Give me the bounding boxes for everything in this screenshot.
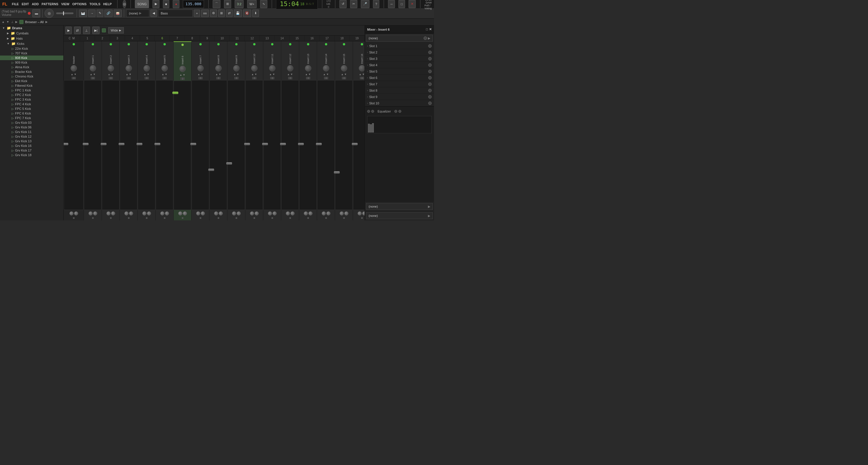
ch-send-knob-1-1[interactable] [93,211,97,215]
settings-btn[interactable]: ⚙ [210,9,217,17]
ch-pan-knob-16[interactable] [359,65,365,71]
piano-roll-btn[interactable]: 🎹 [79,9,87,17]
stereo-l-0[interactable]: ◁▷ [72,77,76,79]
stereo-l-2[interactable]: ◁▷ [109,77,113,79]
stereo-l-8[interactable]: ◁▷ [216,77,220,79]
menu-item-patterns[interactable]: PATTERNS [40,2,60,6]
browser-file-grv-kick-06[interactable]: ▷Grv Kick 06 [0,125,63,130]
insert-slot-7[interactable]: › Slot 7 [365,81,434,87]
ch-fader-thumb-0[interactable] [64,143,68,145]
ch-active-dot-16[interactable] [361,43,363,45]
browser-file-grv-kick-12[interactable]: ▷Grv Kick 12 [0,134,63,139]
mixer-channel-10[interactable]: Insert 10▲▼◁▷ [245,41,263,220]
menu-item-options[interactable]: OPTIONS [71,2,88,6]
ch-arrow-down-2[interactable]: ▼ [111,73,114,76]
browser-file-ekit-kick[interactable]: ▷Ekit Kick [0,79,63,83]
ch-send-knob-1-0[interactable] [89,211,93,215]
ch-active-dot-15[interactable] [343,43,345,45]
browser-file-grv-kick-03[interactable]: ▷Grv Kick 03 [0,120,63,125]
insert-bottom-dropdown-1[interactable]: (none) ▶ [366,203,433,210]
ratio-btn[interactable]: 3:2 [235,0,244,8]
ch-fader-track-6[interactable] [174,81,191,210]
mixer-channel-3[interactable]: Insert 3▲▼◁▷ [120,41,138,220]
menu-item-add[interactable]: ADD [31,2,40,6]
ch-active-dot-6[interactable] [181,44,184,46]
close-btn[interactable]: ✕ [408,0,416,8]
ch-send-knob-7-1[interactable] [201,211,205,215]
ch-fader-track-12[interactable] [281,80,299,210]
max-btn[interactable]: □ [398,0,405,8]
ch-send-knob-16-0[interactable] [358,211,362,215]
mixer-channel-1[interactable]: Insert 1▲▼◁▷ [84,41,102,220]
ch-arrow-down-5[interactable]: ▼ [165,73,167,76]
ch-active-dot-4[interactable] [146,43,148,45]
ch-active-dot-3[interactable] [128,43,130,45]
snap-btn[interactable]: ⌒ [213,0,220,8]
browser-file-fpc-2-kick[interactable]: ▷FPC 2 Kick [0,93,63,97]
ch-fader-thumb-7[interactable] [190,143,196,145]
play-btn[interactable]: ▶ [153,0,159,8]
browser-file-chromo-kick[interactable]: ▷Chromo Kick [0,74,63,79]
stereo-l-1[interactable]: ◁▷ [91,77,95,79]
browser-file-grv-kick-16[interactable]: ▷Grv Kick 16 [0,143,63,148]
insert-slot-10[interactable]: › Slot 10 [365,100,434,106]
ch-fader-thumb-12[interactable] [280,143,286,145]
ch-fader-track-2[interactable] [102,80,120,210]
stereo-l-9[interactable]: ◁▷ [235,77,239,79]
ch-arrow-down-10[interactable]: ▼ [255,73,257,76]
ch-send-knob-16-1[interactable] [362,211,365,215]
browser-file-filtered-kick[interactable]: ▷Filtered Kick [0,83,63,88]
browser-nav-down[interactable]: ▼ [6,20,9,24]
insert-bottom-dropdown-2[interactable]: (none) ▶ [366,212,433,219]
ch-arrow-up-9[interactable]: ▲ [234,73,236,76]
ch-arrow-up-4[interactable]: ▲ [144,73,146,76]
stereo-l-6[interactable]: ◁▷ [181,77,185,80]
stereo-l-5[interactable]: ◁▷ [163,77,167,79]
ch-fader-track-13[interactable] [299,80,317,210]
none-selector[interactable]: (none) ▶ [126,9,149,17]
route-btn[interactable]: ⇄ [226,9,232,17]
ch-arrow-up-11[interactable]: ▲ [269,73,272,76]
mixer-channel-7[interactable]: Insert 7▲▼◁▷ [191,41,210,220]
mixer-shuffle-btn[interactable]: ⇄ [74,27,81,34]
ch-arrow-down-15[interactable]: ▼ [344,73,347,76]
ch-send-knob-15-1[interactable] [344,211,348,215]
browser-expand[interactable]: ▶ [45,20,48,24]
mixer-channel-14[interactable]: Insert 14▲▼◁▷ [317,41,335,220]
ch-fader-thumb-1[interactable] [83,143,89,145]
waveform-btn[interactable]: ∿ [260,0,267,8]
ch-active-dot-2[interactable] [110,43,112,45]
mixer-channel-12[interactable]: Insert 12▲▼◁▷ [281,41,299,220]
ch-send-knob-8-1[interactable] [219,211,223,215]
export-btn[interactable]: ⬇ [252,9,259,17]
ch-fader-track-4[interactable] [138,80,155,210]
browser-file-alma-kick[interactable]: ▷Alma Kick [0,65,63,69]
browser-file-fpc-3-kick[interactable]: ▷FPC 3 Kick [0,97,63,102]
ch-fader-track-15[interactable] [335,80,353,210]
ch-arrow-up-1[interactable]: ▲ [90,73,93,76]
mixer-channel-2[interactable]: Insert 2▲▼◁▷ [102,41,120,220]
browser-nav-pin[interactable]: ▶ [16,20,18,24]
ch-arrow-down-7[interactable]: ▼ [201,73,204,76]
mixer-color-box[interactable] [102,28,106,32]
ch-arrow-down-9[interactable]: ▼ [237,73,239,76]
ch-fader-track-8[interactable] [210,80,227,210]
ch-fader-track-9[interactable] [227,80,245,210]
folder-kicks[interactable]: ▼ 📁 Kicks [0,41,63,46]
ch-pan-knob-5[interactable] [161,65,168,71]
browser-nav-up[interactable]: ▲ [2,20,5,24]
grid-btn[interactable]: ⊞ [224,0,231,8]
mixer-channel-13[interactable]: Insert 13▲▼◁▷ [299,41,317,220]
ch-active-dot-0[interactable] [73,43,75,45]
wavetable-btn[interactable]: W+ [247,0,257,8]
ch-arrow-up-15[interactable]: ▲ [341,73,344,76]
ch-fader-thumb-2[interactable] [101,143,106,145]
ch-pan-knob-6[interactable] [179,66,186,72]
refresh-btn[interactable]: ↺ [339,0,347,8]
ch-send-knob-2-0[interactable] [106,211,111,215]
ch-pan-knob-3[interactable] [126,65,132,71]
ch-fader-thumb-4[interactable] [136,143,142,145]
slot-circle-6[interactable] [428,82,432,86]
ch-fader-thumb-10[interactable] [244,143,250,145]
ch-active-dot-9[interactable] [235,43,238,45]
